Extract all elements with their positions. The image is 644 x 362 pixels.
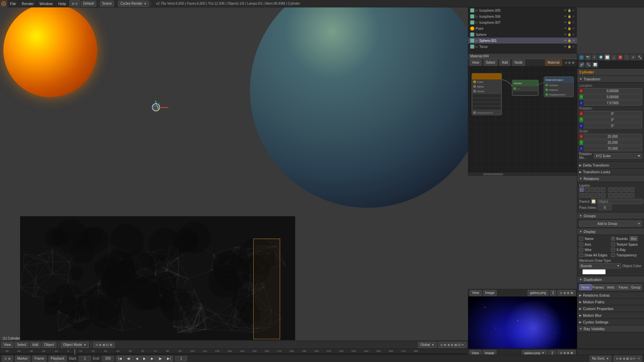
bb-playback[interactable]: Playback [49, 356, 67, 362]
props-tab-world[interactable]: 🌍 [598, 54, 604, 60]
img-filename[interactable]: galaxy.png [528, 290, 548, 296]
pb-first[interactable]: |◀ [116, 356, 124, 362]
scene-selector[interactable]: Scene [100, 1, 114, 7]
layer-5[interactable] [601, 187, 605, 192]
section-display[interactable]: ▼ Display [577, 228, 644, 235]
rot-y-input[interactable] [584, 117, 642, 122]
bb-marker[interactable]: Marker [15, 356, 30, 362]
props-tab-scene[interactable]: 🌐 [579, 54, 584, 60]
tb-pivot[interactable]: Global ▼ [418, 342, 437, 348]
tb-view[interactable]: View [1, 342, 13, 348]
cb-drawedge[interactable] [579, 253, 583, 257]
tb-add[interactable]: Add [30, 342, 41, 348]
section-groups[interactable]: ▼ Groups [577, 213, 644, 219]
img-tb-image[interactable]: Image [483, 290, 497, 296]
layer-13[interactable] [590, 193, 595, 198]
cb-transp[interactable] [611, 253, 615, 257]
section-motion-paths[interactable]: ▶ Motion Paths [577, 299, 644, 305]
tb-extra-icons[interactable]: ⊙ ⊕ ⊗ ⊛ ⊠ ⊡ ⊢ [438, 342, 467, 348]
img-icons[interactable]: ⊙ ⊕ ⊗ ⊠ [557, 290, 576, 296]
outliner-item[interactable]: Point 👁 🔒 ✕ [468, 25, 577, 32]
dup-verts[interactable]: Verts [604, 284, 617, 290]
loc-z-input[interactable] [584, 100, 642, 106]
layer-20[interactable] [630, 193, 634, 198]
rot-x-input[interactable] [584, 111, 642, 116]
menu-window[interactable]: Window [37, 0, 56, 7]
layer-4[interactable] [595, 187, 600, 192]
color-swatch[interactable] [582, 269, 606, 275]
section-ray-visibility[interactable]: ▼ Ray Visibility: [577, 325, 644, 332]
scale-x-input[interactable] [584, 134, 642, 139]
rot-z-input[interactable] [584, 123, 642, 128]
section-relations[interactable]: ▼ Relations [577, 175, 644, 182]
props-tab-particles[interactable]: ✦ [630, 54, 636, 60]
bb-end-input[interactable] [102, 356, 114, 361]
layer-7[interactable] [613, 187, 618, 192]
section-transform-locks[interactable]: ▶ Transform Locks [577, 169, 644, 175]
section-cycles-settings[interactable]: ▶ Cycles Settings [577, 319, 644, 325]
outliner-item[interactable]: ▷ Icosphere.006 👁 🔒 ✕ [468, 13, 577, 19]
layer-10[interactable] [630, 187, 634, 192]
dup-none[interactable]: None [579, 284, 592, 290]
props-tab-physics[interactable]: 🔧 [637, 54, 643, 60]
bb-frame[interactable]: Frame [32, 356, 47, 362]
add-to-group-btn[interactable]: Add to Group [579, 221, 635, 227]
node-output[interactable]: MaterialOutput Surface Volume Displaceme… [544, 76, 574, 97]
props-tab-render[interactable]: 📷 [585, 54, 591, 60]
node-canvas[interactable]: Color Alpha Vector displacement [468, 66, 577, 172]
loc-y-input[interactable] [584, 94, 642, 100]
pass-index-input[interactable] [598, 205, 611, 210]
props-tab-texture[interactable]: ⬛ [624, 54, 630, 60]
scale-y-input[interactable] [584, 140, 642, 145]
tb-object[interactable]: Object [42, 342, 56, 348]
cb-xray[interactable] [611, 248, 615, 252]
section-motion-blur[interactable]: ▶ Motion Blur [577, 312, 644, 319]
menu-render[interactable]: Render [19, 0, 37, 7]
pb-next-key[interactable]: |▶ [156, 356, 165, 362]
bb-icons[interactable]: ⊙ ⊕ [2, 356, 13, 362]
layer-18[interactable] [619, 193, 624, 198]
cb-name[interactable] [579, 237, 583, 241]
layer-19[interactable] [624, 193, 629, 198]
parent-input[interactable] [597, 199, 642, 204]
node-attribute[interactable]: Color Alpha Vector displacement [472, 73, 502, 115]
render-engine[interactable]: Cycles Render ▼ [118, 1, 149, 7]
layer-15[interactable] [601, 193, 605, 198]
bb-start-input[interactable] [79, 356, 91, 361]
props-tab-constraints[interactable]: 🔗 [579, 62, 585, 68]
node-scrollbar[interactable] [468, 172, 577, 176]
img-tb-view[interactable]: View [470, 290, 482, 296]
layer-1[interactable] [579, 187, 584, 192]
bounds-dropdown[interactable]: Bounds ▼ [579, 263, 621, 268]
bb-right-icons[interactable]: ⊙ ⊕ ⊗ ⊠ ⊡ ⊢ ⊣ [613, 356, 642, 362]
section-delta-transform[interactable]: ▶ Delta Transform [577, 162, 644, 169]
layer-12[interactable] [585, 193, 589, 198]
bounds-type-btn[interactable]: Box [630, 236, 638, 241]
outliner-item[interactable]: ▷ Sphere.001 👁 🔒 ✕ [468, 38, 577, 44]
pb-next[interactable]: ▶ [149, 356, 156, 362]
cb-texture[interactable] [611, 242, 615, 246]
workspace-name[interactable]: Default [81, 1, 96, 7]
node-icons[interactable]: ⊙ ⊕ ⊗ [564, 61, 576, 64]
node-tb-select[interactable]: Select [484, 60, 498, 66]
section-custom-props[interactable]: ▶ Custom Properties [577, 305, 644, 312]
menu-help[interactable]: Help [56, 0, 69, 7]
section-relations-extras[interactable]: ▶ Relations Extras [577, 292, 644, 299]
section-transform[interactable]: ▼ Transform [577, 76, 644, 82]
node-tb-material[interactable]: Material [545, 60, 562, 66]
pb-play[interactable]: ▶ [141, 356, 148, 362]
cb-bounds[interactable] [611, 237, 615, 241]
pb-last[interactable]: ▶| [165, 356, 173, 362]
dup-faces[interactable]: Faces [617, 284, 630, 290]
pb-prev-key[interactable]: ◀| [124, 356, 133, 362]
layer-16[interactable] [608, 193, 613, 198]
node-tb-node[interactable]: Node [512, 60, 525, 66]
bb-current-frame[interactable] [175, 356, 187, 361]
layer-11[interactable] [579, 193, 584, 198]
cb-axis[interactable] [579, 242, 583, 246]
layer-3[interactable] [590, 187, 595, 192]
node-tb-add[interactable]: Add [499, 60, 510, 66]
layer-17[interactable] [613, 193, 618, 198]
tb-select[interactable]: Select [15, 342, 29, 348]
outliner-item[interactable]: ▷ Icosphere.005 👁 🔒 ✕ [468, 7, 577, 13]
